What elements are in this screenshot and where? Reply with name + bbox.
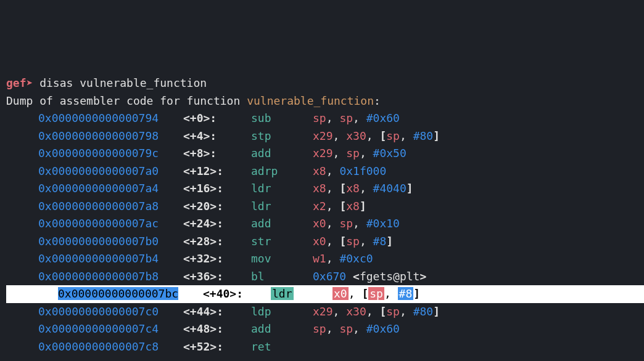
asm-row: 0x000000000000079c<+8>:addx29, sp, #0x50 (6, 145, 644, 163)
asm-address: 0x00000000000007c0 (38, 305, 159, 318)
asm-mnemonic: adrp (251, 164, 278, 177)
operand-bracket: ] (413, 287, 420, 300)
asm-address: 0x00000000000007bc (58, 287, 178, 300)
asm-mnemonic: ldp (251, 305, 271, 318)
asm-row: 0x00000000000007c0<+44>:ldpx29, x30, [sp… (6, 303, 644, 321)
asm-row: 0x0000000000000798<+4>:stpx29, x30, [sp,… (6, 128, 644, 145)
operand-reg: sp (346, 235, 360, 248)
operand-reg: x29 (313, 129, 333, 142)
asm-row: 0x00000000000007c8<+52>:ret (6, 338, 644, 356)
operand-bracket: [ (339, 200, 346, 213)
asm-offset: <+24>: (183, 217, 223, 230)
command-line[interactable]: gef➤ disas vulnerable_function (6, 75, 644, 92)
operand-reg: sp (339, 112, 353, 124)
operand-bracket: < (353, 270, 360, 283)
asm-row: 0x00000000000007bc<+40>:ldrx0, [sp, #8] (6, 285, 644, 303)
asm-address: 0x00000000000007c8 (38, 340, 159, 353)
operand-bracket: [ (339, 235, 346, 248)
asm-address: 0x00000000000007a0 (38, 164, 159, 177)
operand-bracket: ] (407, 182, 413, 195)
operand-sym: fgets@plt (360, 270, 420, 283)
asm-offset: <+8>: (183, 147, 217, 160)
operand-reg: sp (368, 287, 384, 300)
operand-bracket: ] (433, 305, 440, 318)
operand-reg: sp (339, 217, 353, 230)
operand-num: #8 (398, 287, 414, 300)
asm-address: 0x00000000000007c4 (38, 322, 159, 335)
operand-num: #0xc0 (339, 252, 373, 265)
asm-mnemonic: ret (251, 340, 271, 353)
operand-bracket: [ (361, 287, 368, 300)
asm-offset: <+4>: (183, 129, 217, 142)
operand-reg: x0 (313, 235, 326, 248)
asm-offset: <+52>: (183, 340, 223, 353)
asm-row: 0x00000000000007b0<+28>:strx0, [sp, #8] (6, 233, 644, 251)
operand-reg: sp (313, 112, 326, 124)
operand-reg: x8 (313, 164, 326, 177)
asm-address: 0x00000000000007ac (38, 217, 159, 230)
asm-offset: <+28>: (183, 235, 223, 248)
asm-address: 0x0000000000000794 (38, 112, 159, 124)
asm-address: 0x000000000000079c (38, 147, 159, 160)
operand-reg: x30 (346, 129, 366, 142)
operand-num: #0x60 (366, 322, 400, 335)
asm-mnemonic: sub (251, 112, 271, 124)
prompt-label: gef➤ (6, 76, 33, 89)
operand-reg: x8 (346, 200, 360, 213)
operand-reg: x0 (313, 217, 326, 230)
asm-offset: <+44>: (183, 305, 223, 318)
asm-row: 0x00000000000007b8<+36>:bl0x670 <fgets@p… (6, 268, 644, 286)
dump-header-prefix: Dump of assembler code for function (6, 94, 247, 107)
asm-mnemonic: bl (251, 270, 265, 283)
operand-bracket: ] (433, 129, 440, 142)
command-text: disas vulnerable_function (33, 76, 207, 89)
operand-bracket: [ (379, 129, 386, 142)
operand-reg: x8 (346, 182, 360, 195)
operand-reg: x0 (332, 287, 349, 300)
operand-num: #8 (373, 235, 387, 248)
asm-mnemonic: ldr (251, 182, 271, 195)
operand-num: #0x60 (366, 112, 400, 124)
operand-reg: x29 (313, 147, 333, 160)
asm-offset: <+20>: (183, 200, 223, 213)
asm-mnemonic: mov (251, 252, 271, 265)
asm-row: 0x00000000000007a8<+20>:ldrx2, [x8] (6, 198, 644, 216)
asm-address: 0x00000000000007a8 (38, 200, 159, 213)
operand-bracket: [ (379, 305, 386, 318)
operand-reg: x29 (313, 305, 333, 318)
dump-header-suffix: : (374, 94, 381, 107)
asm-row: 0x00000000000007b4<+32>:movw1, #0xc0 (6, 250, 644, 268)
operand-bracket: ] (360, 200, 366, 213)
asm-offset: <+32>: (183, 252, 223, 265)
asm-mnemonic: ldr (271, 287, 294, 300)
asm-address: 0x00000000000007b4 (38, 252, 159, 265)
operand-num: #0x10 (366, 217, 400, 230)
function-name: vulnerable_function (247, 94, 374, 107)
operand-reg: sp (386, 305, 400, 318)
asm-offset: <+16>: (183, 182, 223, 195)
asm-offset: <+40>: (203, 287, 243, 300)
operand-num: #80 (413, 305, 434, 318)
dump-header: Dump of assembler code for function vuln… (6, 92, 644, 110)
operand-reg: sp (339, 322, 353, 335)
asm-row: 0x0000000000000794<+0>:subsp, sp, #0x60 (6, 110, 644, 128)
operand-reg: x2 (313, 200, 326, 213)
asm-mnemonic: add (251, 147, 271, 160)
terminal-output: gef➤ disas vulnerable_functionDump of as… (6, 75, 644, 355)
asm-row: 0x00000000000007a0<+12>:adrpx8, 0x1f000 (6, 163, 644, 180)
operand-reg: sp (313, 322, 326, 335)
asm-address: 0x00000000000007b0 (38, 235, 159, 248)
operand-num: #0x50 (373, 147, 407, 160)
operand-reg: x8 (313, 182, 326, 195)
asm-row: 0x00000000000007c4<+48>:addsp, sp, #0x60 (6, 320, 644, 338)
asm-mnemonic: stp (251, 129, 271, 142)
asm-offset: <+36>: (183, 270, 223, 283)
operand-num: #4040 (373, 182, 407, 195)
operand-num: #80 (413, 129, 434, 142)
asm-offset: <+0>: (183, 112, 217, 124)
operand-bracket: ] (386, 235, 393, 248)
operand-num: 0x670 (313, 270, 346, 283)
operand-reg: sp (386, 129, 400, 142)
asm-address: 0x0000000000000798 (38, 129, 159, 142)
operand-bracket: [ (339, 182, 346, 195)
